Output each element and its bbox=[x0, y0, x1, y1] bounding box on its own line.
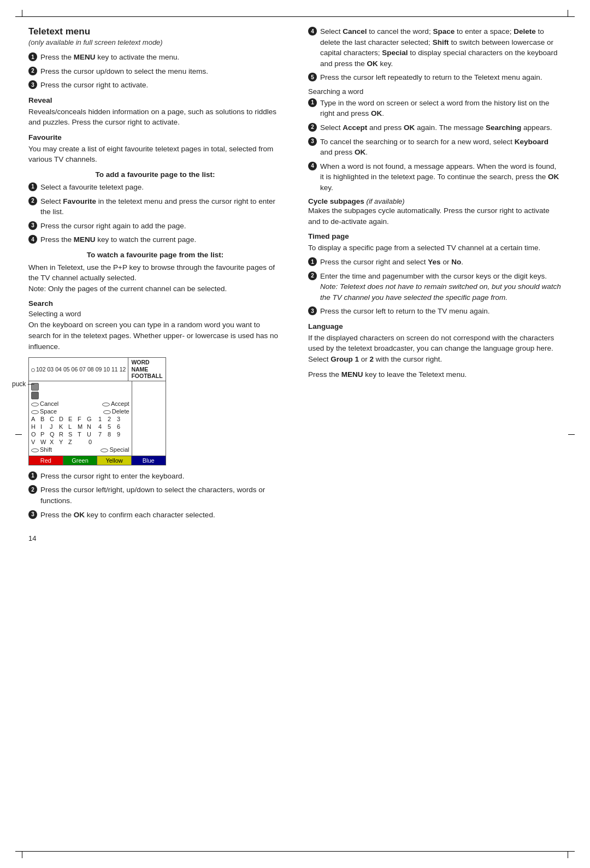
cycle-title: Cycle subpages bbox=[308, 197, 364, 205]
puck-label: puck — bbox=[12, 380, 34, 388]
fav-add-3: 3 Press the cursor right again to add th… bbox=[28, 221, 282, 232]
timed-intro: To display a specific page from a select… bbox=[308, 243, 562, 253]
reveal-text: Reveals/conceals hidden information on a… bbox=[28, 107, 282, 128]
after-kbd-3: 3 Press the OK key to confirm each chara… bbox=[28, 510, 282, 521]
kbd-puck-row bbox=[31, 383, 129, 391]
search-text-4: When a word is not found, a message appe… bbox=[320, 161, 562, 193]
kbd-num-row: 102 03 04 05 06 07 08 09 10 11 12 bbox=[29, 358, 128, 381]
right-item-5: 5 Press the cursor left repeatedly to re… bbox=[308, 72, 562, 83]
timed-text-3: Press the cursor left to return to the T… bbox=[320, 306, 562, 317]
kbd-header-row: 102 03 04 05 06 07 08 09 10 11 12 W bbox=[29, 358, 166, 381]
intro-item-3: 3 Press the cursor right to activate. bbox=[28, 80, 282, 91]
after-num-3: 3 bbox=[28, 510, 37, 519]
keyboard-container: puck — 102 03 04 05 06 07 08 09 bbox=[12, 357, 282, 465]
kbd-cancel-accept: Cancel Accept bbox=[31, 400, 129, 407]
fav-text-3: Press the cursor right again to add the … bbox=[40, 221, 282, 232]
right-text-5: Press the cursor left repeatedly to retu… bbox=[320, 72, 562, 83]
border-top bbox=[22, 16, 568, 17]
kbd-word-label: WORDNAMEFOOTBALL bbox=[128, 358, 165, 381]
intro-text-3: Press the cursor right to activate. bbox=[40, 80, 282, 91]
fav-add-4: 4 Press the MENU key to watch the curren… bbox=[28, 234, 282, 245]
timed-item-3: 3 Press the cursor left to return to the… bbox=[308, 306, 562, 317]
right-text-4: Select Cancel to cancel the word; Space … bbox=[320, 26, 562, 69]
after-text-3: Press the OK key to confirm each charact… bbox=[40, 510, 282, 521]
kbd-shift-special: Shift Special bbox=[31, 446, 129, 453]
tick-tl-h bbox=[15, 16, 22, 17]
after-num-2: 2 bbox=[28, 485, 37, 494]
timed-text-1: Press the cursor right and select Yes or… bbox=[320, 257, 562, 268]
kbd-space-delete: Space Delete bbox=[31, 408, 129, 415]
selecting-word-label: Selecting a word bbox=[28, 310, 282, 318]
right-item-4: 4 Select Cancel to cancel the word; Spac… bbox=[308, 26, 562, 69]
page-content: Teletext menu (only available in full sc… bbox=[28, 23, 562, 845]
kbd-yellow: Yellow bbox=[97, 456, 132, 465]
timed-num-1: 1 bbox=[308, 257, 317, 266]
tick-tr-h bbox=[568, 16, 575, 17]
cycle-title-row: Cycle subpages (if available) bbox=[308, 197, 562, 205]
language-text: If the displayed characters on screen do… bbox=[308, 333, 562, 365]
search-num-3: 3 bbox=[308, 137, 317, 146]
subtitle: (only available in full screen teletext … bbox=[28, 38, 282, 46]
tick-bl bbox=[22, 852, 22, 858]
language-text2: Press the MENU key to leave the Teletext… bbox=[308, 369, 562, 380]
intro-item-2: 2 Press the cursor up/down to select the… bbox=[28, 66, 282, 77]
kbd-alpha-3: OPQRSTU 789 bbox=[31, 431, 129, 438]
after-kbd-1: 1 Press the cursor right to enter the ke… bbox=[28, 471, 282, 482]
kbd-left-body: Cancel Accept Space Delete bbox=[29, 381, 132, 456]
search-item-3: 3 To cancel the searching or to search f… bbox=[308, 137, 562, 158]
kbd-blue: Blue bbox=[132, 456, 166, 465]
num-3: 3 bbox=[28, 80, 37, 89]
page-number: 14 bbox=[28, 523, 282, 542]
cycle-text: Makes the subpages cycle automatically. … bbox=[308, 205, 562, 227]
timed-text-2: Enter the time and pagenumber with the c… bbox=[320, 271, 562, 303]
right-num-4: 4 bbox=[308, 27, 317, 36]
keyboard-diagram: 102 03 04 05 06 07 08 09 10 11 12 W bbox=[28, 357, 166, 465]
fav-num-4: 4 bbox=[28, 235, 37, 244]
timed-num-3: 3 bbox=[308, 306, 317, 315]
kbd-puck-row2 bbox=[31, 392, 129, 399]
section-title: Teletext menu bbox=[28, 26, 282, 37]
kbd-circle-indicator: 102 bbox=[31, 366, 46, 373]
num-1: 1 bbox=[28, 52, 37, 61]
tick-tr bbox=[568, 10, 568, 16]
after-text-2: Press the cursor left/right, up/down to … bbox=[40, 485, 282, 506]
puck-icon-box2 bbox=[31, 392, 39, 399]
favourite-title: Favourite bbox=[28, 133, 282, 141]
watch-favourite-text: When in Teletext, use the P+P key to bro… bbox=[28, 262, 282, 294]
fav-num-2: 2 bbox=[28, 197, 37, 205]
kbd-alpha-2: HIJKLMN 456 bbox=[31, 423, 129, 430]
fav-text-2: Select Favourite in the teletext menu an… bbox=[40, 196, 282, 217]
cycle-italic: (if available) bbox=[367, 197, 405, 205]
tick-bl-h bbox=[15, 851, 22, 852]
left-column: Teletext menu (only available in full sc… bbox=[28, 23, 286, 845]
selecting-word-text: On the keyboard on screen you can type i… bbox=[28, 320, 282, 352]
kbd-red: Red bbox=[29, 456, 63, 465]
right-num-5: 5 bbox=[308, 73, 317, 81]
search-num-2: 2 bbox=[308, 123, 317, 132]
kbd-alpha-1: ABCDEFG 123 bbox=[31, 416, 129, 422]
search-item-2: 2 Select Accept and press OK again. The … bbox=[308, 122, 562, 133]
search-item-1: 1 Type in the word on screen or select a… bbox=[308, 98, 562, 119]
favourite-text: You may create a list of eight favourite… bbox=[28, 144, 282, 165]
search-num-4: 4 bbox=[308, 162, 317, 170]
fav-text-4: Press the MENU key to watch the current … bbox=[40, 234, 282, 245]
fav-num-1: 1 bbox=[28, 182, 37, 191]
tick-br bbox=[568, 852, 568, 858]
after-kbd-2: 2 Press the cursor left/right, up/down t… bbox=[28, 485, 282, 506]
search-title: Search bbox=[28, 299, 282, 308]
language-title: Language bbox=[308, 322, 562, 330]
timed-title: Timed page bbox=[308, 232, 562, 240]
intro-item-1: 1 Press the MENU key to activate the men… bbox=[28, 52, 282, 63]
search-text-3: To cancel the searching or to search for… bbox=[320, 137, 562, 158]
fav-text-1: Select a favourite teletext page. bbox=[40, 182, 282, 193]
side-tick-right bbox=[568, 434, 575, 435]
tick-br-h bbox=[568, 851, 575, 852]
tick-tl bbox=[22, 10, 22, 16]
two-column-layout: Teletext menu (only available in full sc… bbox=[28, 23, 562, 845]
fav-add-1: 1 Select a favourite teletext page. bbox=[28, 182, 282, 193]
border-bottom bbox=[22, 851, 568, 852]
timed-num-2: 2 bbox=[308, 271, 317, 280]
intro-text-2: Press the cursor up/down to select the m… bbox=[40, 66, 282, 77]
kbd-alpha-4: VWXYZ 0 bbox=[31, 439, 129, 445]
search-item-4: 4 When a word is not found, a message ap… bbox=[308, 161, 562, 193]
